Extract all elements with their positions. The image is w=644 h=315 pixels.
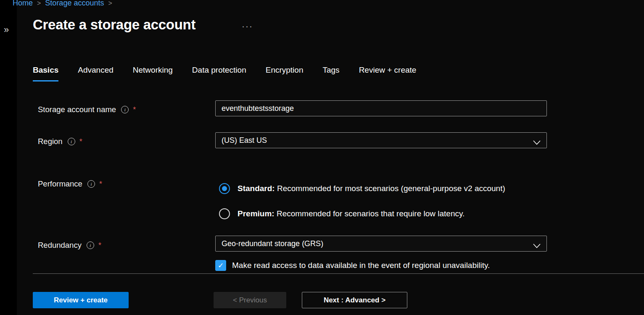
form-tabs: Basics Advanced Networking Data protecti… [33,66,416,81]
performance-premium-radio[interactable]: Premium: Recommended for scenarios that … [219,208,465,219]
footer-divider [33,273,644,274]
region-label-row: Region i * [38,137,82,146]
required-indicator: * [98,241,101,250]
region-dropdown[interactable]: (US) East US [215,132,547,148]
breadcrumb-home[interactable]: Home [13,0,33,8]
tab-advanced[interactable]: Advanced [78,66,113,81]
read-access-checkbox-row[interactable]: ✓ Make read access to data available in … [215,260,490,271]
region-selected-value: (US) East US [222,136,267,145]
performance-standard-label: Standard: Recommended for most scenarios… [238,184,505,193]
storage-account-name-label: Storage account name [38,105,116,114]
left-rail [0,0,17,315]
tab-encryption[interactable]: Encryption [266,66,304,81]
read-access-checkbox[interactable]: ✓ [215,260,226,271]
redundancy-dropdown[interactable]: Geo-redundant storage (GRS) [215,236,547,252]
tab-review-create[interactable]: Review + create [359,66,417,81]
chevron-down-icon [533,242,541,250]
info-icon[interactable]: i [87,180,95,188]
storage-account-name-label-row: Storage account name i * [38,105,136,114]
expand-sidebar-icon[interactable]: » [4,25,9,34]
storage-account-name-input[interactable] [215,100,547,116]
tab-networking[interactable]: Networking [133,66,173,81]
breadcrumb: Home > Storage accounts > [13,0,112,8]
breadcrumb-storage-accounts[interactable]: Storage accounts [45,0,104,8]
chevron-down-icon [533,138,541,147]
breadcrumb-separator-icon: > [108,0,112,7]
performance-label-row: Performance i * [38,179,102,189]
tab-data-protection[interactable]: Data protection [192,66,246,81]
info-icon[interactable]: i [121,106,129,113]
tab-basics[interactable]: Basics [33,66,58,81]
review-create-button[interactable]: Review + create [33,292,129,308]
performance-standard-radio[interactable]: Standard: Recommended for most scenarios… [219,183,505,194]
check-icon: ✓ [218,261,224,270]
previous-button[interactable]: < Previous [214,292,286,308]
redundancy-label: Redundancy [38,241,82,250]
tab-tags[interactable]: Tags [322,66,339,81]
page-title: Create a storage account [33,17,195,33]
required-indicator: * [79,137,82,146]
radio-icon [219,208,230,219]
create-storage-account-page: » Home > Storage accounts > Create a sto… [0,0,644,315]
redundancy-selected-value: Geo-redundant storage (GRS) [222,239,323,248]
next-advanced-button[interactable]: Next : Advanced > [302,292,407,308]
required-indicator: * [99,180,102,189]
info-icon[interactable]: i [68,138,75,145]
radio-icon [219,183,230,194]
breadcrumb-separator-icon: > [37,0,41,7]
redundancy-label-row: Redundancy i * [38,241,101,250]
more-options-icon[interactable]: ··· [242,21,253,31]
info-icon[interactable]: i [87,242,94,249]
required-indicator: * [133,105,136,114]
performance-premium-label: Premium: Recommended for scenarios that … [238,209,465,218]
performance-label: Performance [38,179,82,189]
read-access-checkbox-label: Make read access to data available in th… [232,261,490,270]
region-label: Region [38,137,63,146]
